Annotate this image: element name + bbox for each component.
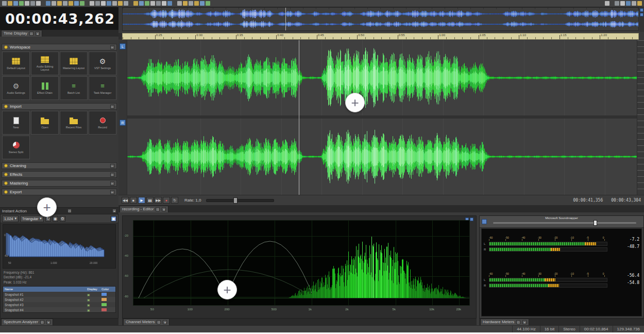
forward-button[interactable]: ▶▶	[155, 197, 162, 204]
undock-icon[interactable]: □	[40, 320, 44, 324]
toolbar-icon[interactable]	[162, 1, 166, 6]
close-icon[interactable]: ×	[112, 209, 116, 213]
section-header-mastering[interactable]: Mastering–	[2, 180, 117, 187]
tile-record[interactable]: Record	[89, 111, 116, 135]
slider-knob[interactable]	[233, 197, 238, 204]
toolbar-icon[interactable]	[36, 1, 41, 6]
collapse-icon[interactable]: –	[110, 173, 114, 177]
toolbar-icon[interactable]	[80, 1, 84, 6]
section-header-effects[interactable]: Effects–	[2, 171, 117, 178]
dock-icon[interactable]	[640, 8, 643, 12]
section-header-workspace[interactable]: Workspace–	[2, 44, 117, 51]
stop-button[interactable]: ■	[130, 197, 137, 204]
collapse-icon[interactable]: –	[110, 164, 114, 168]
toolbar-icon[interactable]	[615, 1, 619, 6]
toolbar-icon[interactable]	[74, 1, 79, 6]
overlay-plus-waveform[interactable]: +	[345, 93, 365, 112]
table-row[interactable]: Snapshot #3▣	[3, 302, 115, 307]
playhead-cursor[interactable]	[285, 8, 286, 30]
toolbar-icon[interactable]	[206, 1, 210, 6]
toolbar-icon[interactable]	[605, 1, 609, 6]
toolbar-icon[interactable]	[118, 1, 123, 6]
pause-button[interactable]: ▮▮	[146, 197, 154, 204]
settings-gear-icon[interactable]: ⚙	[60, 216, 65, 222]
toolbar-icon[interactable]	[150, 1, 155, 6]
toolbar-icon[interactable]	[57, 1, 62, 6]
table-row[interactable]: Snapshot #4▣	[3, 307, 115, 312]
toolbar-icon[interactable]	[620, 1, 625, 6]
fft-size-select[interactable]: 1,024 ▾	[2, 215, 19, 222]
channel-right-button[interactable]: R	[120, 120, 126, 126]
tab-hardware-meters[interactable]: Hardware Meters □ ×	[480, 319, 529, 325]
toolbar-icon[interactable]	[133, 1, 138, 6]
toolbar-icon[interactable]	[194, 1, 199, 6]
overview-waveform[interactable]	[122, 7, 639, 31]
undock-icon[interactable]: □	[516, 320, 520, 324]
section-header-export[interactable]: Export–	[2, 189, 117, 195]
toolbar-icon[interactable]	[107, 1, 111, 6]
toolbar-icon[interactable]	[177, 1, 182, 6]
table-row[interactable]: Snapshot #2▣	[3, 297, 115, 302]
tile-mastering-layout[interactable]: Mastering Layout	[60, 52, 88, 75]
toolbar-icon[interactable]	[25, 1, 29, 6]
snapshot-icon[interactable]: ◉	[53, 216, 58, 222]
slider-knob[interactable]	[594, 220, 597, 226]
undock-icon[interactable]: □	[67, 209, 72, 213]
tile-effect-chain[interactable]: Effect Chain	[31, 76, 59, 100]
section-header-cleaning[interactable]: Cleaning–	[2, 162, 117, 169]
toolbar-icon[interactable]	[13, 1, 18, 6]
toolbar-icon[interactable]	[52, 1, 56, 6]
toolbar-icon[interactable]	[626, 1, 631, 6]
collapse-icon[interactable]: –	[110, 105, 114, 109]
toolbar-icon[interactable]	[124, 1, 128, 6]
tile-vst-settings[interactable]: ⚙VST Settings	[89, 52, 116, 75]
rate-slider[interactable]	[206, 199, 274, 202]
collapse-icon[interactable]: –	[110, 45, 114, 49]
toolbar-icon[interactable]	[19, 1, 24, 6]
speaker-icon[interactable]	[482, 219, 487, 224]
expand-icon[interactable]	[470, 218, 473, 221]
toolbar-icon[interactable]	[200, 1, 205, 6]
tile-task-manager[interactable]: ≡Task Manager	[89, 76, 116, 100]
toolbar-icon[interactable]	[2, 1, 7, 6]
toolbar-icon[interactable]	[30, 1, 35, 6]
rewind-button[interactable]: ◀◀	[122, 197, 129, 204]
tab-time-display[interactable]: Time Display □ ×	[1, 30, 42, 37]
close-icon[interactable]: ×	[36, 31, 40, 36]
undock-icon[interactable]: □	[156, 207, 160, 211]
undock-icon[interactable]: □	[157, 320, 161, 324]
play-button[interactable]: ▶	[138, 197, 145, 204]
tile-audio-settings[interactable]: ⚙Audio Settings	[2, 76, 30, 100]
toolbar-icon[interactable]	[637, 1, 642, 6]
waveform-canvas[interactable]	[127, 40, 637, 195]
pin-icon[interactable]: ▣	[111, 216, 116, 222]
tile-audio-editing-layout[interactable]: Audio Editing Layout	[31, 52, 59, 75]
toolbar-icon[interactable]	[63, 1, 67, 6]
close-icon[interactable]: ×	[162, 207, 166, 211]
section-header-import[interactable]: Import–	[2, 103, 117, 110]
toolbar-icon[interactable]	[69, 1, 73, 6]
toolbar-icon[interactable]	[167, 1, 172, 6]
overlay-plus-spectrum[interactable]: +	[217, 280, 237, 299]
tile-recent-files[interactable]: Recent Files	[60, 111, 88, 135]
tab-document[interactable]: recording - Editor □ ×	[120, 206, 168, 212]
undock-icon[interactable]: □	[29, 31, 33, 36]
toolbar-icon[interactable]	[90, 1, 94, 6]
overlay-plus-sidebar[interactable]: +	[37, 197, 57, 217]
instant-action-bar[interactable]: Instant Action □ ×	[0, 207, 118, 214]
close-icon[interactable]: ×	[163, 320, 167, 324]
toolbar-icon[interactable]	[189, 1, 193, 6]
close-icon[interactable]: ×	[522, 320, 527, 324]
collapse-icon[interactable]: –	[110, 190, 114, 194]
toolbar-icon[interactable]	[112, 1, 117, 6]
tab-spectrum-analyzer[interactable]: Spectrum Analyzer □ ×	[1, 319, 53, 325]
toolbar-icon[interactable]	[145, 1, 149, 6]
record-button[interactable]: ●	[163, 197, 170, 204]
tile-new[interactable]: New	[2, 111, 30, 135]
time-ruler[interactable]: 0:250:300:350:400:450:500:551:001:051:10…	[122, 33, 639, 40]
toolbar-icon[interactable]	[101, 1, 106, 6]
channel-left-button[interactable]: L	[120, 43, 126, 49]
expand-icon[interactable]	[640, 13, 643, 16]
waveform-editor[interactable]: L R	[118, 40, 644, 195]
close-icon[interactable]: ×	[46, 320, 50, 324]
